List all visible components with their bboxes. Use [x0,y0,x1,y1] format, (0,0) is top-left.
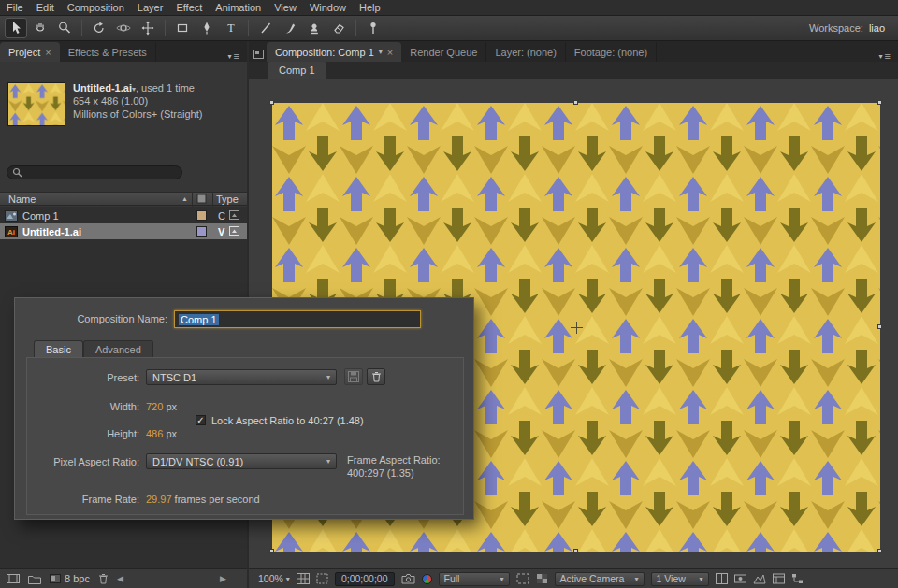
flowchart-button-icon[interactable] [791,573,804,584]
subtab-comp-1[interactable]: Comp 1 [268,62,326,79]
arrow-right-icon[interactable]: ▶ [220,574,226,583]
snapshot-icon[interactable] [401,573,415,584]
unified-camera-tool[interactable] [112,18,135,38]
arrow-left-icon[interactable]: ◀ [117,574,123,583]
type-tool[interactable]: T [220,18,242,38]
project-bit-depth[interactable]: 8 bpc [50,573,90,584]
tab-layer[interactable]: Layer: (none) [486,42,565,62]
selection-handle[interactable] [877,324,882,329]
lock-aspect-label[interactable]: Lock Aspect Ratio to 40:27 (1.48) [211,415,364,426]
composition-name-value: Comp 1 [179,314,219,325]
frame-aspect-ratio-value: 400:297 (1.35) [347,466,441,480]
trash-icon[interactable] [98,573,109,584]
menu-window[interactable]: Window [303,2,353,13]
label-column-icon[interactable] [196,194,208,204]
brush-tool[interactable] [279,18,301,38]
tab-composition[interactable]: Composition: Comp 1 ▾ × [267,42,401,62]
tab-footage[interactable]: Footage: (none) [566,42,657,62]
column-divider[interactable] [192,193,193,207]
workspace-value[interactable]: liao [869,22,885,34]
viewer-panel-menu-button[interactable]: ▾ ≡ [879,50,898,62]
selection-handle[interactable] [269,549,274,553]
selection-tool[interactable] [5,18,27,38]
puppet-pin-tool[interactable] [362,18,384,38]
pen-tool[interactable] [196,18,218,38]
new-folder-icon[interactable] [28,574,41,584]
magnification-dropdown[interactable]: 100% ▾ [258,573,290,584]
tab-project[interactable]: Project × [0,42,60,62]
ai-file-icon: Ai [5,226,18,237]
column-divider[interactable] [212,193,213,207]
item-name: Comp 1 [22,210,59,222]
line-tool[interactable] [254,18,277,38]
pan-behind-tool[interactable] [137,18,159,38]
height-value[interactable]: 486 [146,428,163,439]
transparency-grid-icon[interactable] [536,573,548,584]
menu-animation[interactable]: Animation [209,2,268,13]
resolution-dropdown[interactable]: Full ▾ [439,572,510,586]
label-color-chip[interactable] [196,210,207,221]
save-preset-button[interactable] [344,368,363,385]
hand-tool[interactable] [29,18,51,38]
pixel-aspect-ratio-dropdown[interactable]: D1/DV NTSC (0.91) ▾ [146,453,337,469]
item-type: V [218,226,224,237]
selection-handle[interactable] [877,100,882,105]
selection-handle[interactable] [269,100,274,105]
pixel-aspect-correction-icon[interactable] [734,573,746,584]
column-header-name[interactable]: Name [0,194,36,205]
menu-file[interactable]: File [0,2,30,13]
check-icon: ✓ [196,415,204,425]
footage-info: Untitled-1.ai▾, used 1 time 654 x 486 (1… [73,82,241,108]
composition-name-input[interactable]: Comp 1 [174,310,421,328]
frame-rate-value[interactable]: 29.97 [146,494,172,505]
selection-handle[interactable] [877,549,882,553]
search-input[interactable] [26,167,177,178]
close-icon[interactable]: × [387,47,393,58]
timeline-button-icon[interactable] [773,573,785,584]
menu-view[interactable]: View [268,2,303,13]
tab-composition-label: Composition: Comp 1 [275,47,374,58]
region-of-interest-icon[interactable] [516,573,529,584]
selection-handle[interactable] [573,549,578,553]
dialog-tabs: Basic Advanced [34,340,153,358]
column-header-type[interactable]: Type [216,194,239,205]
view-layout-dropdown[interactable]: 1 View ▾ [651,572,709,586]
eraser-tool[interactable] [327,18,350,38]
label-color-chip[interactable] [196,226,207,237]
tab-basic[interactable]: Basic [34,340,83,358]
clone-stamp-tool[interactable] [303,18,326,38]
tab-advanced[interactable]: Advanced [83,340,153,358]
rectangle-tool[interactable] [171,18,194,38]
menu-effect[interactable]: Effect [169,2,209,13]
list-item-comp[interactable]: Comp 1 C [0,208,247,223]
pan-behind-tool-icon [141,21,154,36]
fast-previews-icon[interactable] [753,573,766,584]
lock-aspect-checkbox[interactable]: ✓ [196,415,206,425]
close-icon[interactable]: × [45,47,51,58]
share-view-icon[interactable] [716,573,728,584]
sort-up-icon[interactable]: ▲ [181,195,188,202]
delete-preset-button[interactable] [367,368,385,385]
preset-dropdown[interactable]: NTSC D1 ▾ [146,369,337,385]
menu-help[interactable]: Help [353,2,387,13]
tab-effects-presets[interactable]: Effects & Presets [60,42,156,62]
mask-visibility-icon[interactable] [316,573,328,584]
channel-color-icon[interactable] [422,574,432,584]
menu-composition[interactable]: Composition [61,2,131,13]
project-panel-menu-button[interactable]: ▾ ≡ [228,50,247,62]
camera-view-dropdown[interactable]: Active Camera ▾ [555,572,645,586]
chevron-down-icon[interactable]: ▾ [379,48,383,56]
footage-thumbnail[interactable] [7,82,65,126]
grid-guides-icon[interactable] [297,573,310,584]
width-value[interactable]: 720 [146,401,163,412]
menu-edit[interactable]: Edit [30,2,61,13]
rotation-tool[interactable] [88,18,110,38]
list-item-footage-selected[interactable]: Ai Untitled-1.ai V [0,223,247,239]
tab-render-queue[interactable]: Render Queue [401,42,486,62]
trash-icon [371,371,382,382]
current-time-field[interactable]: 0;00;00;00 [335,572,395,586]
zoom-tool[interactable] [53,18,76,38]
selection-handle[interactable] [573,100,578,105]
menu-layer[interactable]: Layer [131,2,170,13]
interpret-footage-icon[interactable] [7,573,20,584]
